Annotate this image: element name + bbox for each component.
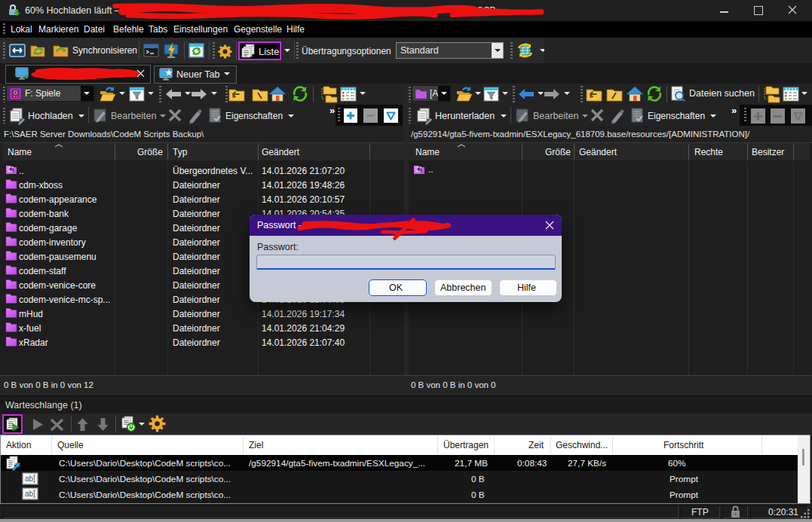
svg-text:ab: ab [25, 475, 34, 483]
svg-text:ab: ab [25, 490, 34, 498]
